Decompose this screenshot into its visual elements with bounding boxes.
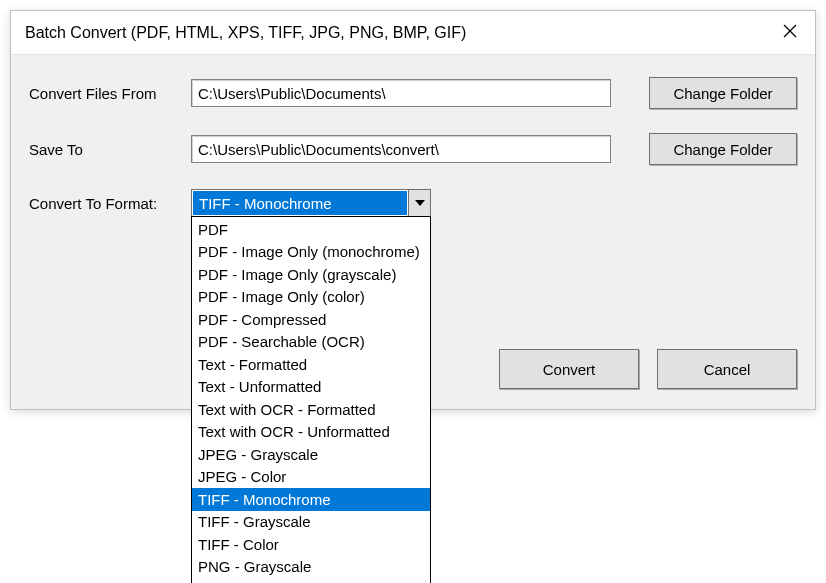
close-icon [783, 24, 797, 41]
close-button[interactable] [765, 11, 815, 55]
footer-buttons: Convert Cancel [499, 349, 797, 389]
format-option[interactable]: TIFF - Grayscale [192, 511, 430, 534]
convert-button[interactable]: Convert [499, 349, 639, 389]
window-title: Batch Convert (PDF, HTML, XPS, TIFF, JPG… [25, 24, 466, 42]
chevron-down-icon [408, 190, 430, 216]
label-convert-from: Convert Files From [29, 85, 191, 102]
format-dropdown[interactable]: PDFPDF - Image Only (monochrome)PDF - Im… [191, 216, 431, 583]
format-selected-value: TIFF - Monochrome [193, 191, 407, 215]
format-option[interactable]: PNG - Color [192, 578, 430, 583]
format-option[interactable]: PDF [192, 218, 430, 241]
row-format: Convert To Format: TIFF - Monochrome PDF… [29, 189, 797, 217]
batch-convert-dialog: Batch Convert (PDF, HTML, XPS, TIFF, JPG… [10, 10, 816, 410]
format-option[interactable]: Text - Unformatted [192, 376, 430, 399]
format-option[interactable]: Text with OCR - Unformatted [192, 421, 430, 444]
svg-marker-2 [415, 200, 425, 206]
row-save-to: Save To Change Folder [29, 133, 797, 165]
titlebar: Batch Convert (PDF, HTML, XPS, TIFF, JPG… [11, 11, 815, 55]
row-convert-from: Convert Files From Change Folder [29, 77, 797, 109]
format-option[interactable]: PDF - Searchable (OCR) [192, 331, 430, 354]
change-folder-saveto-button[interactable]: Change Folder [649, 133, 797, 165]
format-option[interactable]: PDF - Image Only (grayscale) [192, 263, 430, 286]
format-option[interactable]: TIFF - Color [192, 533, 430, 556]
format-option[interactable]: PDF - Image Only (monochrome) [192, 241, 430, 264]
format-option[interactable]: PDF - Compressed [192, 308, 430, 331]
format-option[interactable]: JPEG - Color [192, 466, 430, 489]
format-option[interactable]: PDF - Image Only (color) [192, 286, 430, 309]
format-option[interactable]: JPEG - Grayscale [192, 443, 430, 466]
format-option[interactable]: PNG - Grayscale [192, 556, 430, 579]
input-convert-from[interactable] [191, 79, 611, 107]
change-folder-from-button[interactable]: Change Folder [649, 77, 797, 109]
format-option[interactable]: Text with OCR - Formatted [192, 398, 430, 421]
cancel-button[interactable]: Cancel [657, 349, 797, 389]
dialog-content: Convert Files From Change Folder Save To… [11, 55, 815, 235]
format-option[interactable]: TIFF - Monochrome [192, 488, 430, 511]
label-save-to: Save To [29, 141, 191, 158]
format-combo-wrapper: TIFF - Monochrome PDFPDF - Image Only (m… [191, 189, 431, 217]
format-option[interactable]: Text - Formatted [192, 353, 430, 376]
label-convert-format: Convert To Format: [29, 195, 191, 212]
input-save-to[interactable] [191, 135, 611, 163]
format-combobox[interactable]: TIFF - Monochrome [191, 189, 431, 217]
